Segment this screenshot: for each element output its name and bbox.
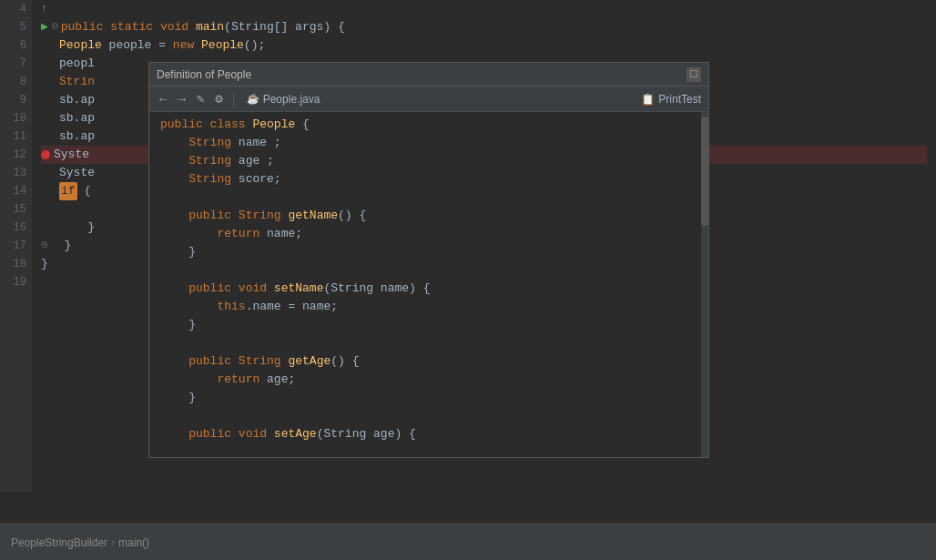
java-file-icon: ☕ (247, 93, 259, 105)
popup-code-line-3: String age ; (160, 152, 697, 170)
popup-code-line-6: public String getName() { (160, 207, 697, 225)
status-bar: PeopleStringBuilder › main() (0, 524, 936, 560)
breadcrumb: PeopleStringBuilder › main() (11, 536, 149, 549)
popup-code-line-16: } (160, 389, 697, 407)
code-line-5: ▶ ⊖ public static void main(String[] arg… (41, 18, 927, 36)
print-test-label: PrintTest (658, 93, 701, 106)
print-test-tab[interactable]: 📋 PrintTest (641, 93, 701, 106)
line-numbers: 4 5 6 7 8 9 10 11 12 13 14 15 16 17 18 1… (0, 0, 32, 492)
breadcrumb-separator: › (111, 536, 115, 549)
popup-close-button[interactable]: ☐ (687, 67, 701, 82)
code-line-4: ↑ (41, 0, 927, 18)
edit-icon[interactable]: ✎ (194, 90, 207, 107)
popup-code-area: public class People { String name ; Stri… (149, 112, 708, 457)
continuation-marker: ↑ (41, 0, 48, 18)
popup-scroll-thumb[interactable] (701, 117, 708, 226)
people-java-tab-label: People.java (263, 93, 320, 106)
popup-code-line-1: public class People { (160, 116, 697, 134)
run-indicator-icon: ▶ (41, 18, 48, 36)
breadcrumb-class: PeopleStringBuilder (11, 536, 107, 549)
toolbar-separator (233, 92, 234, 107)
breakpoint-icon (41, 150, 50, 159)
settings-icon[interactable]: ⚙ (212, 90, 225, 107)
popup-titlebar: Definition of People ☐ (149, 63, 708, 87)
breadcrumb-method: main() (118, 536, 149, 549)
code-line-6: People people = new People(); (41, 36, 927, 55)
popup-code-line-10: public void setName(String name) { (160, 280, 697, 298)
definition-popup: Definition of People ☐ ← → ✎ ⚙ ☕ People.… (148, 62, 709, 458)
popup-code-line-5 (160, 188, 697, 207)
popup-code-line-15: return age; (160, 371, 697, 389)
popup-code-line-17 (160, 407, 697, 425)
popup-title: Definition of People (157, 68, 251, 81)
popup-code-line-9 (160, 261, 697, 280)
editor-area: 4 5 6 7 8 9 10 11 12 13 14 15 16 17 18 1… (0, 0, 936, 492)
popup-code-line-4: String score; (160, 170, 697, 188)
popup-code-line-11: this.name = name; (160, 298, 697, 316)
popup-code-line-14: public String getAge() { (160, 352, 697, 371)
popup-code-line-13 (160, 334, 697, 352)
popup-code-line-7: return name; (160, 225, 697, 243)
back-button[interactable]: ← (157, 91, 169, 107)
forward-button[interactable]: → (175, 91, 188, 107)
popup-code-line-8: } (160, 243, 697, 261)
popup-code-line-18: public void setAge(String age) { (160, 425, 697, 443)
print-test-icon: 📋 (641, 93, 655, 106)
popup-code-line-2: String name ; (160, 134, 697, 152)
popup-scrollbar[interactable] (701, 112, 708, 457)
people-java-tab[interactable]: ☕ People.java (241, 91, 326, 107)
collapse-icon-5: ⊖ (52, 18, 59, 36)
if-highlight: if (59, 182, 77, 200)
collapse-icon-17: ⊖ (41, 237, 48, 255)
popup-toolbar: ← → ✎ ⚙ ☕ People.java 📋 PrintTest (149, 87, 708, 112)
popup-code-line-12: } (160, 316, 697, 334)
